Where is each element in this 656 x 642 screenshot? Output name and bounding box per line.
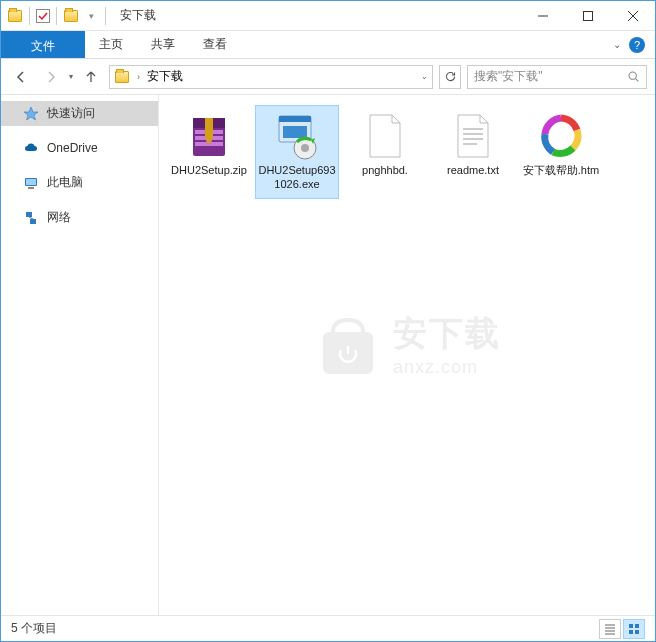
address-folder[interactable]: 安下载 <box>147 68 183 85</box>
zip-icon <box>185 112 233 160</box>
tab-home[interactable]: 主页 <box>85 31 137 58</box>
file-item[interactable]: 安下载帮助.htm <box>519 105 603 199</box>
svg-rect-21 <box>283 126 307 138</box>
file-grid: DHU2Setup.zip DHU2Setup6931026.exe pnghh… <box>167 105 647 199</box>
tab-share[interactable]: 共享 <box>137 31 189 58</box>
address-dropdown-icon[interactable]: ⌄ <box>421 72 428 81</box>
view-switcher <box>599 619 645 639</box>
separator <box>56 7 57 25</box>
pc-icon <box>23 175 39 191</box>
svg-rect-10 <box>30 219 36 224</box>
cloud-icon <box>23 140 39 156</box>
file-item[interactable]: DHU2Setup6931026.exe <box>255 105 339 199</box>
chevron-right-icon[interactable]: › <box>134 72 143 82</box>
svg-rect-17 <box>205 118 213 138</box>
exe-icon <box>273 112 321 160</box>
properties-icon[interactable] <box>36 9 50 23</box>
svg-point-23 <box>301 144 309 152</box>
app-folder-icon <box>7 8 23 24</box>
svg-rect-35 <box>629 624 633 628</box>
forward-button[interactable] <box>39 65 63 89</box>
svg-rect-7 <box>26 179 36 185</box>
qat-dropdown-icon[interactable]: ▾ <box>83 8 99 24</box>
maximize-button[interactable] <box>565 1 610 31</box>
search-icon <box>627 70 640 83</box>
sidebar-item-label: 网络 <box>47 209 71 226</box>
address-right: ⌄ <box>421 72 428 81</box>
file-item[interactable]: DHU2Setup.zip <box>167 105 251 199</box>
history-dropdown-icon[interactable]: ▾ <box>69 72 73 81</box>
file-name: pnghhbd. <box>362 164 408 178</box>
blank-file-icon <box>361 112 409 160</box>
svg-point-29 <box>553 128 569 144</box>
sidebar-item-quickaccess[interactable]: 快速访问 <box>1 101 158 126</box>
txt-icon <box>449 112 497 160</box>
up-button[interactable] <box>79 65 103 89</box>
svg-rect-20 <box>279 116 311 122</box>
separator <box>105 7 106 25</box>
search-placeholder: 搜索"安下载" <box>474 68 621 85</box>
ribbon-right: ⌄ ? <box>613 31 655 58</box>
view-icons-button[interactable] <box>623 619 645 639</box>
svg-rect-8 <box>28 187 34 189</box>
sidebar-item-label: 快速访问 <box>47 105 95 122</box>
svg-rect-1 <box>583 11 592 20</box>
file-name: 安下载帮助.htm <box>523 164 599 178</box>
sidebar-item-label: 此电脑 <box>47 174 83 191</box>
titlebar: ▾ 安下载 <box>1 1 655 31</box>
minimize-button[interactable] <box>520 1 565 31</box>
svg-point-18 <box>206 137 212 143</box>
watermark: 安下载 anxz.com <box>313 310 501 380</box>
sidebar-item-network[interactable]: 网络 <box>1 205 158 230</box>
sidebar-item-label: OneDrive <box>47 141 98 155</box>
content-pane[interactable]: DHU2Setup.zip DHU2Setup6931026.exe pnghh… <box>159 95 655 615</box>
network-icon <box>23 210 39 226</box>
svg-line-5 <box>636 79 639 82</box>
window-controls <box>520 1 655 31</box>
svg-rect-30 <box>323 332 373 374</box>
file-name: DHU2Setup6931026.exe <box>258 164 336 192</box>
svg-rect-37 <box>629 630 633 634</box>
htm-icon <box>537 112 585 160</box>
folder-icon[interactable] <box>63 8 79 24</box>
address-bar[interactable]: › 安下载 ⌄ <box>109 65 433 89</box>
address-folder-icon <box>114 69 130 85</box>
bag-icon <box>313 310 383 380</box>
svg-line-11 <box>29 217 33 219</box>
svg-rect-38 <box>635 630 639 634</box>
status-text: 5 个项目 <box>11 620 57 637</box>
svg-rect-36 <box>635 624 639 628</box>
watermark-en: anxz.com <box>393 357 501 378</box>
body: 快速访问 OneDrive 此电脑 网络 DHU2Setup.zip <box>1 95 655 615</box>
tab-view[interactable]: 查看 <box>189 31 241 58</box>
help-icon[interactable]: ? <box>629 37 645 53</box>
svg-rect-9 <box>26 212 32 217</box>
sidebar-item-thispc[interactable]: 此电脑 <box>1 170 158 195</box>
sidebar-item-onedrive[interactable]: OneDrive <box>1 136 158 160</box>
window-title: 安下载 <box>120 7 156 24</box>
close-button[interactable] <box>610 1 655 31</box>
separator <box>29 7 30 25</box>
star-icon <box>23 106 39 122</box>
search-input[interactable]: 搜索"安下载" <box>467 65 647 89</box>
file-item[interactable]: pnghhbd. <box>343 105 427 199</box>
ribbon: 文件 主页 共享 查看 ⌄ ? <box>1 31 655 59</box>
navbar: ▾ › 安下载 ⌄ 搜索"安下载" <box>1 59 655 95</box>
quick-access-toolbar: ▾ <box>1 7 114 25</box>
tab-file[interactable]: 文件 <box>1 31 85 58</box>
file-name: readme.txt <box>447 164 499 178</box>
statusbar: 5 个项目 <box>1 615 655 641</box>
expand-ribbon-icon[interactable]: ⌄ <box>613 39 621 50</box>
refresh-button[interactable] <box>439 65 461 89</box>
file-item[interactable]: readme.txt <box>431 105 515 199</box>
back-button[interactable] <box>9 65 33 89</box>
watermark-zh: 安下载 <box>393 311 501 357</box>
view-details-button[interactable] <box>599 619 621 639</box>
sidebar: 快速访问 OneDrive 此电脑 网络 <box>1 95 159 615</box>
svg-point-4 <box>629 72 636 79</box>
file-name: DHU2Setup.zip <box>171 164 247 178</box>
